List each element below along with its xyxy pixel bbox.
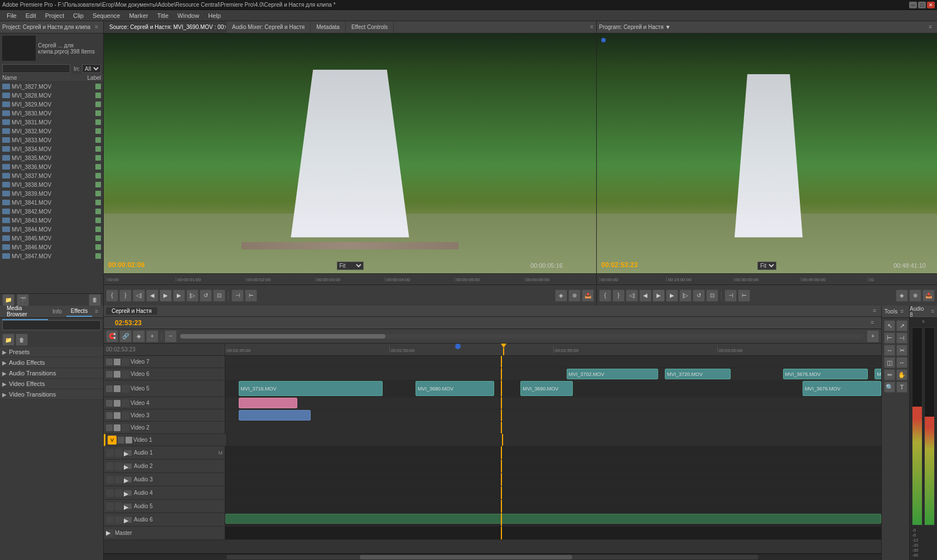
category-presets[interactable]: ▶ Presets: [0, 347, 103, 358]
track-v1-lock[interactable]: [118, 437, 124, 443]
track-v6-lock[interactable]: [106, 371, 113, 378]
project-item-6[interactable]: MVI_3833.MOV: [0, 136, 103, 144]
tl-zoom-slider[interactable]: [180, 334, 863, 339]
project-item-14[interactable]: MVI_3842.MOV: [0, 207, 103, 216]
track-a4-mute[interactable]: [106, 489, 114, 497]
menu-sequence[interactable]: Sequence: [88, 11, 125, 20]
track-a3-mute[interactable]: [106, 476, 114, 484]
category-video-transitions[interactable]: ▶ Video Transitions: [0, 389, 103, 400]
category-audio-transitions[interactable]: ▶ Audio Transitions: [0, 368, 103, 379]
tool-zoom[interactable]: 🔍: [884, 382, 895, 393]
project-item-19[interactable]: MVI_3847.MOV: [0, 252, 103, 260]
source-insert[interactable]: ⊣: [231, 289, 244, 302]
project-list[interactable]: MVI_3827.MOV MVI_3828.MOV MVI_3829.MOV M…: [0, 82, 103, 293]
tl-zoom-out[interactable]: −: [165, 330, 177, 342]
project-item-7[interactable]: MVI_3834.MOV: [0, 144, 103, 153]
track-a6-mute[interactable]: [106, 516, 114, 524]
track-a3-arrow[interactable]: ▶: [124, 477, 132, 482]
prog-goto-out[interactable]: |▷: [679, 289, 692, 302]
maximize-button[interactable]: □: [918, 2, 926, 8]
source-step-back[interactable]: ◀: [146, 289, 158, 302]
project-item-18[interactable]: MVI_3846.MOV: [0, 243, 103, 252]
prog-lift[interactable]: ⊣: [725, 289, 737, 302]
menu-edit[interactable]: Edit: [21, 11, 41, 20]
track-a3-solo[interactable]: [115, 476, 123, 484]
source-overwrite[interactable]: ⊢: [245, 289, 257, 302]
tab-media-browser[interactable]: Media Browser: [2, 303, 48, 320]
project-item-0[interactable]: MVI_3827.MOV: [0, 82, 103, 91]
tool-selection[interactable]: ↖: [884, 320, 895, 331]
project-item-2[interactable]: MVI_3829.MOV: [0, 100, 103, 109]
track-v2-lock[interactable]: [106, 424, 113, 431]
track-a2-arrow[interactable]: ▶: [124, 464, 132, 469]
track-v4-vis[interactable]: [114, 400, 120, 407]
tool-pen[interactable]: ✏: [884, 369, 895, 380]
video-effects-header[interactable]: ▶ Video Effects: [0, 379, 103, 389]
project-item-5[interactable]: MVI_3832.MOV: [0, 127, 103, 136]
clip-3676-v6[interactable]: MVI_3676.MOV: [783, 369, 868, 379]
prog-step-back[interactable]: ◀: [639, 289, 651, 302]
tl-header-menu[interactable]: =: [868, 318, 877, 327]
source-loop[interactable]: ↺: [200, 289, 212, 302]
source-step-forward[interactable]: ▶: [173, 289, 185, 302]
project-item-16[interactable]: MVI_3844.MOV: [0, 225, 103, 234]
clip-3720[interactable]: MVI_3720.MOV: [665, 369, 731, 379]
tl-markers[interactable]: ◈: [133, 330, 145, 342]
clip-3716[interactable]: MVI_3716.MOV: [239, 381, 383, 396]
track-v2-vis[interactable]: [114, 424, 120, 431]
track-a5-arrow[interactable]: ▶: [124, 504, 132, 509]
audio-meters-menu[interactable]: =: [928, 307, 937, 316]
track-a4-solo[interactable]: [115, 489, 123, 497]
source-extra1[interactable]: ◈: [555, 289, 567, 302]
track-v3-lock[interactable]: [106, 412, 113, 419]
track-v2-sync[interactable]: [122, 424, 129, 432]
clip-3702[interactable]: MVI_3702.MOV: [567, 369, 659, 379]
project-item-8[interactable]: MVI_3835.MOV: [0, 153, 103, 162]
track-a2-solo[interactable]: [115, 462, 123, 470]
track-a5-mute[interactable]: [106, 503, 114, 510]
close-button[interactable]: ✕: [927, 2, 935, 8]
audio-transitions-header[interactable]: ▶ Audio Transitions: [0, 368, 103, 379]
track-v6-sync[interactable]: [122, 370, 129, 378]
project-item-4[interactable]: MVI_3831.MOV: [0, 118, 103, 127]
category-audio-effects[interactable]: ▶ Audio Effects: [0, 358, 103, 368]
prog-extra2[interactable]: ⊕: [909, 289, 921, 302]
delete-button[interactable]: 🗑: [89, 294, 101, 306]
clip-3680[interactable]: MVI_3680.MOV: [416, 381, 494, 396]
source-fit-control[interactable]: Fit 25% 50% 100%: [337, 262, 364, 270]
track-a1-solo[interactable]: [115, 449, 123, 457]
prog-extra1[interactable]: ◈: [896, 289, 908, 302]
track-a5-solo[interactable]: [115, 503, 123, 510]
track-a4-arrow[interactable]: ▶: [124, 490, 132, 496]
project-item-1[interactable]: MVI_3828.MOV: [0, 91, 103, 100]
tl-link[interactable]: 🔗: [119, 330, 132, 342]
tool-type[interactable]: T: [896, 382, 907, 393]
source-out-point[interactable]: }: [119, 289, 132, 302]
track-v4-lock[interactable]: [106, 400, 113, 407]
project-item-11[interactable]: MVI_3838.MOV: [0, 180, 103, 189]
tl-snap[interactable]: 🧲: [106, 330, 118, 342]
clip-v4-pink[interactable]: [239, 398, 298, 408]
tab-effects[interactable]: Effects: [66, 306, 92, 317]
tab-effect-controls[interactable]: Effect Controls: [346, 21, 394, 33]
video-transitions-header[interactable]: ▶ Video Transitions: [0, 389, 103, 400]
menu-clip[interactable]: Clip: [69, 11, 88, 20]
track-v4-sync[interactable]: [122, 399, 129, 407]
minimize-button[interactable]: ─: [909, 2, 917, 8]
track-a6-solo[interactable]: [115, 516, 123, 524]
track-v5-vis[interactable]: [114, 385, 120, 392]
track-v1-record-btn[interactable]: V: [108, 436, 117, 445]
tool-track-select[interactable]: ↗: [896, 320, 907, 331]
tool-hand[interactable]: ✋: [896, 369, 907, 380]
delete-custom-item[interactable]: 🗑: [16, 334, 28, 346]
source-in-point[interactable]: {: [106, 289, 118, 302]
source-extra3[interactable]: 📤: [582, 289, 594, 302]
tool-razor[interactable]: ✂: [896, 345, 907, 356]
tool-slide[interactable]: ↔: [896, 357, 907, 368]
tl-zoom-in[interactable]: +: [867, 330, 879, 342]
menu-file[interactable]: File: [2, 11, 21, 20]
clip-3705-v6[interactable]: MVI_3705.MOV: [875, 369, 881, 379]
filter-select[interactable]: All: [82, 64, 101, 73]
track-a2-mute[interactable]: [106, 462, 114, 470]
seq-tab-main[interactable]: Сергей и Настя: [106, 307, 157, 315]
